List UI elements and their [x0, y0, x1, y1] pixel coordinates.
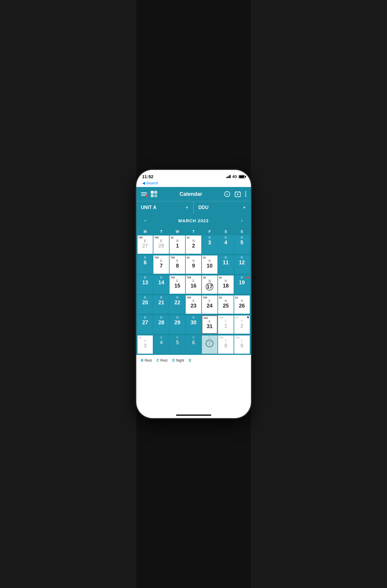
badge: 16: [235, 296, 238, 299]
cal-day-17-mar-today[interactable]: 16 N 17: [202, 275, 217, 294]
prev-month-button[interactable]: ‹: [142, 217, 148, 224]
badge: 16: [219, 296, 222, 299]
cal-day-27-feb[interactable]: 700 E 27: [138, 235, 153, 254]
badge: 700: [154, 236, 159, 239]
legend-label-c: Rest: [160, 358, 168, 363]
badge: 700: [219, 336, 223, 339]
legend-letter-b: B: [141, 358, 144, 363]
label: N: [209, 259, 211, 263]
cal-day-28-mar[interactable]: R 28: [153, 315, 169, 334]
day-header-sat: S: [218, 228, 234, 235]
calendar-container: ‹ MARCH 2023 › M T W T F S S 70: [136, 214, 251, 355]
legend-item-d: D Night: [172, 358, 184, 363]
cal-day-7-mar[interactable]: 700 E 7: [153, 255, 169, 274]
label: E: [176, 259, 178, 263]
cal-day-26-mar[interactable]: 16 N 26: [234, 295, 250, 314]
label: R: [160, 296, 162, 299]
legend-letter-c: C: [157, 358, 159, 363]
cal-day-25-mar[interactable]: 16 N 25: [218, 295, 234, 314]
label: N: [241, 299, 243, 303]
day-header-tue: T: [153, 228, 169, 235]
cal-day-1-mar[interactable]: 16 N 1: [170, 235, 185, 254]
cal-day-7-apr[interactable]: R 7: [202, 335, 217, 354]
day-num: 14: [158, 280, 164, 286]
cal-day-21-mar[interactable]: R 21: [153, 295, 169, 314]
cal-day-24-mar[interactable]: 700 E 24: [202, 295, 217, 314]
cal-day-30-mar[interactable]: R 30: [186, 315, 201, 334]
badge: 16: [235, 316, 238, 319]
day-num: 18: [223, 283, 229, 289]
next-month-button[interactable]: ›: [239, 217, 245, 224]
cal-day-4-apr[interactable]: R 4: [153, 335, 169, 354]
cal-day-4-mar[interactable]: R 4: [218, 235, 234, 254]
label: R: [241, 256, 243, 259]
day-header-mon: M: [138, 228, 153, 235]
day-num: 26: [239, 303, 245, 309]
cal-day-29-mar[interactable]: R 29: [170, 315, 185, 334]
label: E: [209, 320, 211, 323]
calendar-week-6: 16 N 3 R 4 R 5 R 6: [136, 335, 251, 355]
badge: 700: [170, 256, 175, 259]
status-icons: 4G: [226, 175, 245, 179]
unit-selector[interactable]: UNIT A ▼: [136, 201, 194, 214]
cal-day-11-mar[interactable]: R 11: [218, 255, 234, 274]
cal-day-2-mar[interactable]: 16 N 2: [186, 235, 201, 254]
cal-day-1-apr[interactable]: 700 E 1: [218, 315, 234, 334]
cal-day-3-apr[interactable]: 16 N 3: [138, 335, 153, 354]
cal-day-12-mar[interactable]: R 12: [234, 255, 250, 274]
ddu-selector[interactable]: DDU ▼: [194, 201, 251, 214]
menu-icon[interactable]: [141, 192, 147, 196]
day-num: 25: [223, 303, 229, 309]
add-calendar-button[interactable]: [234, 191, 241, 197]
network-type: 4G: [232, 175, 237, 179]
cal-day-8-mar[interactable]: 700 E 8: [170, 255, 185, 274]
cal-day-19-mar[interactable]: R 19: [234, 275, 250, 294]
info-button[interactable]: i: [224, 191, 230, 197]
label: E: [192, 299, 195, 303]
day-num: 8: [176, 263, 179, 269]
cal-day-9-mar[interactable]: 16 N 9: [186, 255, 201, 274]
legend-letter-d: D: [172, 358, 175, 363]
badge: 700: [154, 256, 159, 259]
calendar-header: ‹ MARCH 2023 ›: [136, 214, 251, 227]
cal-day-10-mar[interactable]: 16 N 10: [202, 255, 217, 274]
cal-day-23-mar[interactable]: 700 E 23: [186, 295, 201, 314]
svg-text:i: i: [227, 192, 227, 196]
cal-day-5-mar[interactable]: R 5: [234, 235, 250, 254]
label: E: [192, 279, 195, 283]
status-bar: 11:52 4G: [136, 170, 251, 180]
more-options-button[interactable]: [245, 191, 246, 197]
day-num: 13: [142, 280, 148, 286]
cal-day-22-mar[interactable]: R 22: [170, 295, 185, 314]
day-num: 12: [239, 260, 245, 266]
day-num: 19: [239, 280, 245, 286]
search-back[interactable]: ◀ Search: [136, 180, 251, 187]
cal-day-8-apr[interactable]: 700 E 8: [218, 335, 234, 354]
selector-bar: UNIT A ▼ DDU ▼: [136, 201, 251, 214]
svg-point-12: [245, 193, 246, 195]
cal-day-16-mar[interactable]: 700 E 16: [186, 275, 201, 294]
day-num: 8: [224, 343, 227, 349]
cal-day-14-mar[interactable]: R 14: [153, 275, 169, 294]
cal-day-3-mar[interactable]: R 3: [202, 235, 217, 254]
badge: 700: [203, 296, 207, 299]
cal-day-13-mar[interactable]: R 13: [138, 275, 153, 294]
status-time: 11:52: [142, 174, 153, 179]
cal-day-5-apr[interactable]: R 5: [170, 335, 185, 354]
cal-day-27-mar[interactable]: R 27: [138, 315, 153, 334]
cal-day-15-mar[interactable]: 700 E 15: [170, 275, 185, 294]
signal-bar-3: [229, 176, 229, 178]
day-header-wed: W: [170, 228, 185, 235]
cal-day-20-mar[interactable]: R 20: [138, 295, 153, 314]
cal-day-2-apr[interactable]: 16 N 2: [234, 315, 250, 334]
day-num: 7: [206, 340, 213, 347]
cal-day-18-mar[interactable]: 16 N 18: [218, 275, 234, 294]
badge: 16: [170, 236, 173, 239]
cal-day-6-apr[interactable]: R 6: [186, 335, 201, 354]
cal-day-9-apr[interactable]: 700 E 9: [234, 335, 250, 354]
cal-day-28-feb[interactable]: 700 E 28: [153, 235, 169, 254]
cal-day-31-mar-selected[interactable]: 700 E 31: [202, 315, 217, 334]
label: N: [241, 319, 243, 323]
cal-day-6-mar[interactable]: R 6: [138, 255, 153, 274]
label: N: [176, 239, 178, 243]
